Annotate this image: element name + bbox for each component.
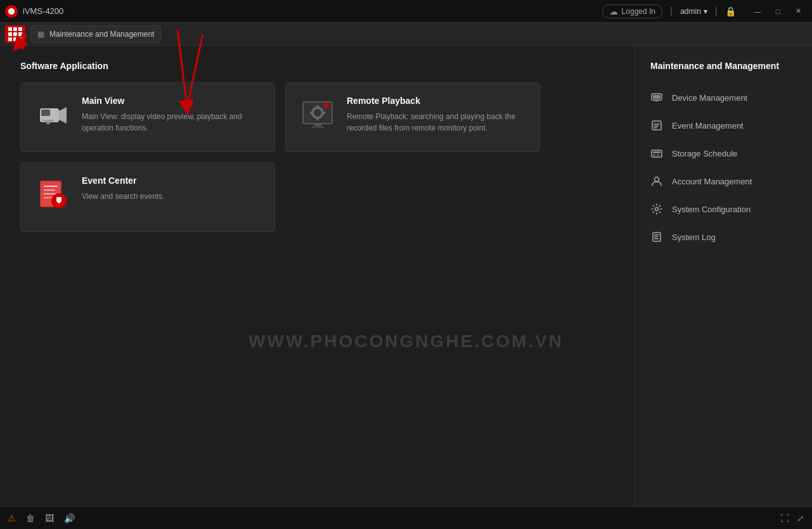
svg-rect-3: [42, 120, 54, 122]
sidebar-item-device-management-label: Device Management: [672, 93, 747, 103]
svg-marker-1: [59, 107, 67, 124]
home-button[interactable]: [5, 25, 25, 43]
svg-rect-10: [316, 118, 319, 120]
event-management-icon: [650, 119, 663, 132]
card-main-view[interactable]: Main View Main View: display video previ…: [20, 82, 275, 152]
minimize-button[interactable]: —: [749, 4, 766, 18]
sidebar-item-system-log-label: System Log: [672, 233, 716, 242]
card-remote-playback-title: Remote Playback: [347, 96, 527, 106]
app-title: iVMS-4200: [23, 6, 63, 16]
storage-schedule-icon: [650, 147, 663, 160]
maximize-button[interactable]: □: [769, 4, 787, 18]
admin-dropdown[interactable]: admin ▾: [680, 7, 707, 16]
card-remote-playback-desc: Remote Playback: searching and playing b…: [347, 111, 527, 134]
sidebar: Maintenance and Management Device Manage…: [635, 46, 812, 506]
system-configuration-icon: [650, 203, 663, 215]
sidebar-item-account-management-label: Account Management: [672, 177, 752, 186]
card-event-center-content: Event Center View and search events.: [82, 175, 262, 202]
svg-rect-39: [654, 234, 659, 236]
card-event-center-desc: View and search events.: [82, 191, 262, 202]
title-bar-right: ☁ Logged In | admin ▾ | 🔒 — □ ✕: [602, 4, 807, 18]
card-event-center[interactable]: Event Center View and search events.: [20, 162, 275, 232]
svg-rect-14: [314, 124, 321, 126]
account-management-icon: [650, 175, 663, 188]
close-button[interactable]: ✕: [789, 4, 807, 18]
svg-rect-32: [652, 150, 662, 157]
svg-rect-11: [310, 112, 313, 114]
separator2: |: [715, 6, 718, 17]
separator: |: [670, 6, 673, 17]
svg-point-37: [655, 208, 659, 211]
main-layout: Software Application Main View M: [0, 46, 812, 506]
svg-point-36: [655, 177, 659, 182]
tab-icon: ▦: [37, 30, 44, 39]
svg-rect-18: [44, 186, 58, 187]
svg-rect-19: [44, 189, 55, 191]
tab-bar: ▦ Maintenance and Management: [0, 23, 812, 46]
svg-rect-23: [56, 197, 61, 202]
sidebar-item-storage-schedule[interactable]: Storage Schedule: [635, 139, 812, 167]
svg-rect-34: [653, 155, 655, 156]
expand-icon[interactable]: ⤢: [797, 513, 804, 523]
sidebar-item-device-management[interactable]: Device Management: [635, 84, 812, 112]
image-icon[interactable]: 🖼: [45, 513, 54, 523]
lock-icon[interactable]: 🔒: [725, 6, 736, 16]
sidebar-item-account-management[interactable]: Account Management: [635, 167, 812, 195]
svg-rect-15: [311, 126, 324, 128]
sound-icon[interactable]: 🔊: [64, 513, 75, 523]
chevron-down-icon: ▾: [704, 7, 707, 16]
card-main-view-icon: [34, 96, 72, 134]
svg-rect-35: [657, 155, 659, 156]
tab-maintenance[interactable]: ▦ Maintenance and Management: [30, 25, 161, 43]
sidebar-item-event-management[interactable]: Event Management: [635, 112, 812, 139]
card-remote-playback-icon: [299, 96, 337, 134]
svg-rect-26: [653, 95, 661, 99]
svg-rect-40: [654, 236, 658, 238]
status-bar: ⚠ 🗑 🖼 🔊 ⛶ ⤢: [0, 506, 812, 529]
card-event-center-title: Event Center: [82, 175, 262, 186]
home-grid-icon: [8, 27, 22, 41]
svg-rect-9: [316, 105, 319, 108]
card-remote-playback-content: Remote Playback Remote Playback: searchi…: [347, 96, 527, 134]
logged-in-badge: ☁ Logged In: [602, 4, 662, 18]
svg-rect-24: [58, 202, 60, 203]
sidebar-item-system-configuration-label: System Configuration: [672, 205, 751, 214]
sidebar-item-event-management-label: Event Management: [672, 121, 744, 131]
status-bar-right: ⛶ ⤢: [780, 513, 804, 523]
window-controls: — □ ✕: [749, 4, 807, 18]
sidebar-item-system-configuration[interactable]: System Configuration: [635, 195, 812, 223]
watermark: WWW.PHOCONGNGHE.COM.VN: [248, 331, 564, 352]
card-main-view-content: Main View Main View: display video previ…: [82, 96, 262, 134]
svg-point-13: [324, 103, 329, 108]
svg-rect-30: [654, 125, 659, 127]
tab-label: Maintenance and Management: [49, 30, 154, 39]
card-main-view-title: Main View: [82, 96, 262, 106]
svg-rect-4: [46, 122, 50, 124]
logged-in-label: Logged In: [622, 7, 655, 16]
svg-rect-20: [44, 193, 56, 194]
trash-icon[interactable]: 🗑: [26, 513, 35, 523]
sidebar-title: Maintenance and Management: [635, 61, 812, 84]
content-area: Software Application Main View M: [0, 46, 635, 506]
sidebar-item-storage-schedule-label: Storage Schedule: [672, 149, 737, 158]
system-log-icon: [650, 231, 663, 243]
app-logo: [5, 5, 18, 18]
card-main-view-desc: Main View: display video preview, playba…: [82, 111, 262, 134]
section-title: Software Application: [20, 61, 614, 71]
svg-rect-2: [41, 110, 50, 116]
title-bar: iVMS-4200 ☁ Logged In | admin ▾ | 🔒 — □ …: [0, 0, 812, 23]
card-event-center-icon: [34, 175, 72, 214]
device-management-icon: [650, 91, 663, 104]
warning-icon[interactable]: ⚠: [8, 513, 16, 523]
cards-grid: Main View Main View: display video previ…: [20, 82, 540, 232]
svg-rect-12: [323, 112, 325, 114]
svg-rect-31: [654, 127, 657, 129]
svg-rect-27: [655, 100, 659, 101]
sidebar-item-system-log[interactable]: System Log: [635, 223, 812, 251]
svg-rect-29: [654, 124, 660, 125]
svg-rect-41: [654, 238, 659, 239]
card-remote-playback[interactable]: Remote Playback Remote Playback: searchi…: [285, 82, 540, 152]
svg-point-8: [314, 109, 321, 117]
svg-rect-33: [653, 151, 661, 153]
resize-icon[interactable]: ⛶: [780, 513, 789, 523]
